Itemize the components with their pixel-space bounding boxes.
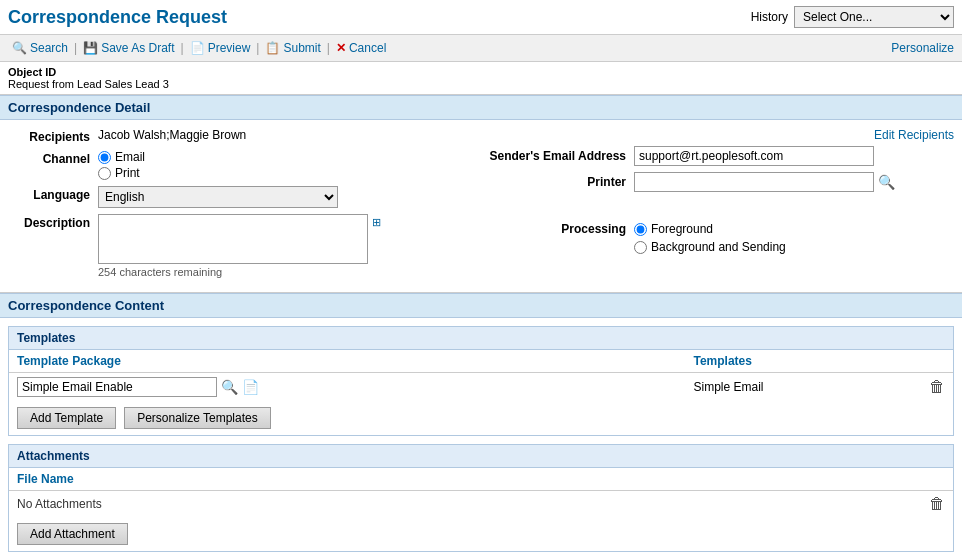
correspondence-content-header: Correspondence Content <box>0 293 962 318</box>
attachments-header-row: File Name <box>9 468 953 491</box>
toolbar: 🔍 Search | 💾 Save As Draft | 📄 Preview |… <box>0 35 962 62</box>
description-char-count: 254 characters remaining <box>98 266 478 278</box>
template-delete-button[interactable]: 🗑 <box>929 378 945 396</box>
email-radio[interactable] <box>98 151 111 164</box>
toolbar-left: 🔍 Search | 💾 Save As Draft | 📄 Preview |… <box>8 39 390 57</box>
cancel-icon: ✕ <box>336 41 346 55</box>
email-radio-row: Email <box>98 150 478 164</box>
package-cell: 🔍 📄 <box>9 373 685 402</box>
preview-button[interactable]: 📄 Preview <box>186 39 255 57</box>
col-package-header: Template Package <box>9 350 685 373</box>
processing-options: Foreground Background and Sending <box>634 222 786 254</box>
language-row: Language English <box>8 186 478 208</box>
no-attachments-label: No Attachments <box>17 497 102 511</box>
channel-row: Channel Email Print <box>8 150 478 180</box>
description-area-wrapper: ⊞ 254 characters remaining <box>98 214 478 278</box>
submit-label: Submit <box>283 41 320 55</box>
sender-email-input[interactable] <box>634 146 874 166</box>
recipients-value: Jacob Walsh;Maggie Brown <box>98 128 478 142</box>
object-id-section: Object ID Request from Lead Sales Lead 3 <box>0 62 962 95</box>
personalize-link[interactable]: Personalize <box>891 41 954 55</box>
background-radio-row: Background and Sending <box>634 240 786 254</box>
printer-label: Printer <box>484 175 634 189</box>
language-select[interactable]: English <box>98 186 338 208</box>
template-name-value: Simple Email <box>693 380 763 394</box>
print-radio-row: Print <box>98 166 478 180</box>
correspondence-detail-body: Recipients Jacob Walsh;Maggie Brown Chan… <box>0 120 962 293</box>
history-label: History <box>751 10 788 24</box>
submit-icon: 📋 <box>265 41 280 55</box>
preview-label: Preview <box>208 41 251 55</box>
processing-row: Processing Foreground Background and Sen… <box>484 222 954 254</box>
attachment-btn-row: Add Attachment <box>9 517 953 551</box>
template-lookup-button[interactable]: 🔍 <box>221 379 238 395</box>
printer-search-button[interactable]: 🔍 <box>878 174 895 190</box>
col-filename-header: File Name <box>9 468 921 491</box>
printer-input-area: 🔍 <box>634 172 895 192</box>
save-draft-label: Save As Draft <box>101 41 174 55</box>
attachment-delete-button[interactable]: 🗑 <box>929 495 945 513</box>
col-templates-header: Templates <box>685 350 953 373</box>
attachments-sub-header: Attachments <box>9 445 953 468</box>
templates-header-row: Template Package Templates <box>9 350 953 373</box>
background-label: Background and Sending <box>651 240 786 254</box>
search-button[interactable]: 🔍 Search <box>8 39 72 57</box>
templates-sub-header: Templates <box>9 327 953 350</box>
language-label: Language <box>8 186 98 202</box>
print-label: Print <box>115 166 140 180</box>
foreground-radio-row: Foreground <box>634 222 786 236</box>
processing-label: Processing <box>484 222 634 236</box>
recipients-row: Recipients Jacob Walsh;Maggie Brown <box>8 128 478 144</box>
submit-button[interactable]: 📋 Submit <box>261 39 324 57</box>
history-select[interactable]: Select One... <box>794 6 954 28</box>
search-label: Search <box>30 41 68 55</box>
correspondence-content-body: Templates Template Package Templates 🔍 <box>0 318 962 553</box>
template-view-button[interactable]: 📄 <box>242 379 259 395</box>
attachments-subsection: Attachments File Name No Attachments 🗑 <box>8 444 954 552</box>
background-radio[interactable] <box>634 241 647 254</box>
printer-row: Printer 🔍 <box>484 172 954 192</box>
correspondence-detail-header: Correspondence Detail <box>0 95 962 120</box>
attachments-table: File Name No Attachments 🗑 <box>9 468 953 517</box>
detail-left-col: Recipients Jacob Walsh;Maggie Brown Chan… <box>8 128 478 284</box>
save-draft-button[interactable]: 💾 Save As Draft <box>79 39 178 57</box>
templates-table: Template Package Templates 🔍 📄 <box>9 350 953 401</box>
add-template-button[interactable]: Add Template <box>17 407 116 429</box>
edit-recipients-link[interactable]: Edit Recipients <box>874 128 954 142</box>
no-attachments-row: No Attachments 🗑 <box>9 491 953 518</box>
save-icon: 💾 <box>83 41 98 55</box>
template-package-input[interactable] <box>17 377 217 397</box>
detail-grid: Recipients Jacob Walsh;Maggie Brown Chan… <box>8 128 954 284</box>
object-id-value: Request from Lead Sales Lead 3 <box>8 78 954 90</box>
sender-email-label: Sender's Email Address <box>484 149 634 163</box>
object-id-label: Object ID <box>8 66 954 78</box>
expand-icon[interactable]: ⊞ <box>372 216 381 229</box>
description-label: Description <box>8 214 98 230</box>
preview-icon: 📄 <box>190 41 205 55</box>
correspondence-detail-section: Correspondence Detail Recipients Jacob W… <box>0 95 962 293</box>
channel-options: Email Print <box>98 150 478 180</box>
print-radio[interactable] <box>98 167 111 180</box>
foreground-label: Foreground <box>651 222 713 236</box>
history-area: History Select One... <box>751 6 954 28</box>
description-row: Description ⊞ 254 characters remaining <box>8 214 478 278</box>
edit-recipients-area: Edit Recipients <box>484 128 954 146</box>
email-label: Email <box>115 150 145 164</box>
no-attachments-cell: No Attachments <box>9 491 921 518</box>
template-name-cell: Simple Email 🗑 <box>685 373 953 402</box>
recipients-label: Recipients <box>8 128 98 144</box>
foreground-radio[interactable] <box>634 223 647 236</box>
sender-email-row: Sender's Email Address <box>484 146 954 166</box>
page-header: Correspondence Request History Select On… <box>0 0 962 35</box>
printer-input[interactable] <box>634 172 874 192</box>
templates-subsection: Templates Template Package Templates 🔍 <box>8 326 954 436</box>
cancel-button[interactable]: ✕ Cancel <box>332 39 390 57</box>
search-icon: 🔍 <box>12 41 27 55</box>
channel-label: Channel <box>8 150 98 166</box>
personalize-templates-button[interactable]: Personalize Templates <box>124 407 271 429</box>
add-attachment-button[interactable]: Add Attachment <box>17 523 128 545</box>
description-textarea[interactable] <box>98 214 368 264</box>
page-title: Correspondence Request <box>8 7 227 28</box>
correspondence-content-section: Correspondence Content Templates Templat… <box>0 293 962 553</box>
cancel-label: Cancel <box>349 41 386 55</box>
